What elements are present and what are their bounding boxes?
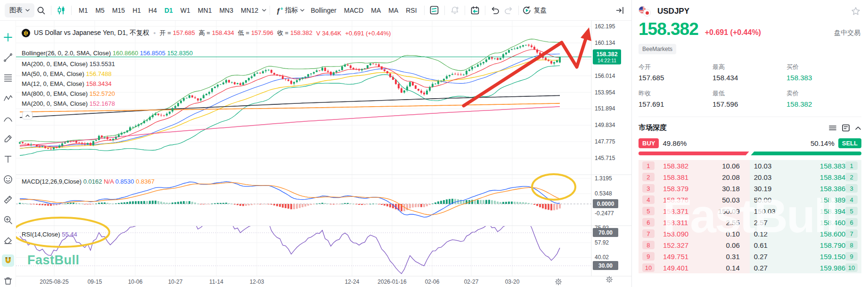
- toolbar-divider: [518, 6, 519, 15]
- alert-bell-icon[interactable]: [448, 4, 461, 17]
- sell-rank-pill: 9: [845, 252, 858, 261]
- search-icon[interactable]: [34, 4, 48, 17]
- layout-templates-icon[interactable]: [428, 4, 441, 17]
- magnet-tool-icon[interactable]: [2, 254, 14, 267]
- fastbull-watermark-logo: FastBull: [27, 253, 80, 268]
- undo-icon[interactable]: [489, 4, 502, 17]
- tab-timeframe-d1[interactable]: D1: [161, 0, 177, 21]
- tab-timeframe-w1[interactable]: W1: [177, 0, 194, 21]
- bollinger-middle-value: 156.8505: [140, 50, 165, 57]
- replay-label: 复盘: [534, 6, 547, 15]
- zoom-in-tool-icon[interactable]: [2, 214, 14, 226]
- chart-area[interactable]: 162.195160.134156.014153.954151.894149.8…: [16, 21, 631, 287]
- toolbar-divider: [270, 6, 270, 15]
- buy-rank-pill: 4: [642, 195, 655, 204]
- trading-app: 图表 M1 M5 M15 H1 H4 D1 W1 MN1 MN3 MN12 ƒ+…: [0, 0, 868, 287]
- depth-row[interactable]: 9149.7510.310.27159.1509: [639, 251, 861, 262]
- ma-legend: MA(200, 0, SMA, Close) 152.1678: [22, 100, 115, 108]
- indicators-menu[interactable]: ƒ+ 指标: [273, 6, 307, 15]
- svg-text:2026-01-16: 2026-01-16: [377, 279, 407, 285]
- economic-calendar-icon[interactable]: [468, 4, 482, 17]
- indicator-shortcut-bollinger[interactable]: Bollinger: [307, 7, 340, 14]
- ma-legend: MA(800, 0, EMA, Close) 152.5720: [22, 90, 115, 98]
- chevron-up-icon: [25, 114, 30, 117]
- stat-prev-close: 昨收157.691: [639, 89, 712, 108]
- replay-button[interactable]: 复盘: [522, 6, 547, 15]
- depth-row[interactable]: 7153.0900.100.12158.6007: [639, 228, 861, 239]
- depth-list-view-icon[interactable]: [828, 124, 837, 132]
- buy-rank-pill: 5: [642, 207, 655, 215]
- indicator-shortcut-ma2[interactable]: MA: [385, 7, 402, 14]
- brush-tool-icon[interactable]: [2, 133, 14, 145]
- tab-timeframe-m1[interactable]: M1: [75, 0, 91, 21]
- wave-pattern-tool-icon[interactable]: [2, 92, 14, 104]
- stat-ask: 卖价158.382: [786, 89, 862, 108]
- timeframe-chevron-down-icon[interactable]: [262, 9, 266, 12]
- collapse-depth-icon[interactable]: [855, 126, 861, 130]
- chart-type-menu[interactable]: 图表: [5, 3, 34, 17]
- curve-tool-icon[interactable]: [2, 112, 14, 125]
- buy-volume: 150.09: [708, 207, 740, 215]
- svg-text:1.3195: 1.3195: [595, 175, 612, 182]
- broker-tag[interactable]: BeeMarkets: [639, 44, 676, 54]
- chart-toolbar: 图表 M1 M5 M15 H1 H4 D1 W1 MN1 MN3 MN12 ƒ+…: [0, 0, 631, 21]
- favorite-star-icon[interactable]: [851, 7, 860, 16]
- sell-volume: 30.19: [754, 185, 789, 193]
- quote-stats: 今开157.685 最高158.434 买价158.383 昨收157.691 …: [632, 54, 868, 108]
- tab-timeframe-m15[interactable]: M15: [108, 0, 129, 21]
- collapse-panel-icon[interactable]: [614, 4, 627, 17]
- indicator-shortcut-ma1[interactable]: MA: [367, 7, 385, 14]
- stat-bid: 买价158.383: [786, 63, 862, 82]
- sell-price: 158.460: [789, 219, 845, 227]
- volume-value: V 34.64K: [316, 30, 342, 37]
- toolbar-divider: [424, 6, 425, 15]
- rsi-value: 55.44: [62, 231, 77, 238]
- depth-row[interactable]: 8152.3270.060.61158.7908: [639, 239, 861, 251]
- svg-text:40.02: 40.02: [595, 254, 609, 261]
- svg-text:156.014: 156.014: [595, 73, 615, 79]
- buy-rank-pill: 9: [642, 252, 655, 261]
- tab-timeframe-mn3[interactable]: MN3: [215, 0, 237, 21]
- sell-price: 158.384: [789, 173, 845, 181]
- buy-volume: 20.08: [708, 173, 740, 181]
- tab-timeframe-mn1[interactable]: MN1: [194, 0, 216, 21]
- tab-timeframe-m5[interactable]: M5: [91, 0, 108, 21]
- fib-retracement-tool-icon[interactable]: [2, 72, 14, 84]
- tab-timeframe-mn12[interactable]: MN12: [237, 0, 262, 21]
- toolbar-divider: [485, 6, 485, 15]
- svg-text:147.775: 147.775: [595, 138, 615, 145]
- indicator-shortcut-rsi[interactable]: RSI: [402, 7, 420, 14]
- depth-row[interactable]: 10149.4010.140.27159.98610: [639, 262, 861, 273]
- change-value: +0.691 (+0.44%): [345, 30, 391, 37]
- tab-timeframe-h1[interactable]: H1: [129, 0, 145, 21]
- toolbar-divider: [465, 6, 465, 15]
- legend-collapse-button[interactable]: [22, 111, 33, 119]
- text-tool-icon[interactable]: [2, 153, 14, 165]
- depth-table[interactable]: 1158.38210.0610.03158.38312158.38120.082…: [639, 160, 861, 273]
- sell-ratio-segment: [751, 152, 861, 155]
- depth-row[interactable]: 1158.38210.0610.03158.3831: [639, 160, 861, 171]
- depth-row[interactable]: 3158.37930.1830.19158.3863: [639, 183, 861, 194]
- depth-row[interactable]: 5158.371150.09150.03158.3945: [639, 205, 861, 217]
- ruler-tool-icon[interactable]: [2, 194, 14, 206]
- emoji-tool-icon[interactable]: [2, 173, 14, 186]
- crosshair-tool-icon[interactable]: [2, 31, 14, 43]
- buy-volume: 0.10: [708, 230, 740, 238]
- depth-row[interactable]: 4158.37650.0350.00158.3894: [639, 194, 861, 205]
- depth-row[interactable]: 6158.3112.552.57158.4606: [639, 217, 861, 228]
- trend-line-tool-icon[interactable]: [2, 51, 14, 64]
- last-price: 158.382: [639, 19, 698, 39]
- redo-icon[interactable]: [502, 4, 515, 17]
- svg-text:14:22:11: 14:22:11: [598, 58, 616, 63]
- delete-drawing-tool-icon[interactable]: [2, 275, 14, 287]
- indicator-shortcut-macd[interactable]: MACD: [340, 7, 367, 14]
- buy-rank-pill: 1: [642, 161, 655, 170]
- depth-row[interactable]: 2158.38120.0820.03158.3842: [639, 171, 861, 183]
- quote-panel: USDJPY 158.382 +0.691 (+0.44%) 盘中交易 BeeM…: [631, 0, 868, 287]
- eraser-tool-icon[interactable]: [2, 234, 14, 246]
- candlestick-style-icon[interactable]: [55, 4, 68, 17]
- market-depth-title: 市场深度: [639, 123, 667, 132]
- tab-timeframe-h4[interactable]: H4: [145, 0, 161, 21]
- depth-panel-view-icon[interactable]: [842, 124, 850, 132]
- macd-legend: MACD(12,26,9,Close) 0.0162 N/A 0.8530 0.…: [22, 177, 155, 186]
